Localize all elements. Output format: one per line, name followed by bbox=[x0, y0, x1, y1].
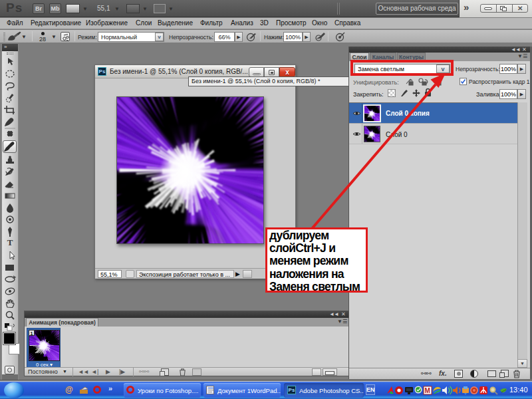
svg-text:M: M bbox=[425, 387, 430, 394]
